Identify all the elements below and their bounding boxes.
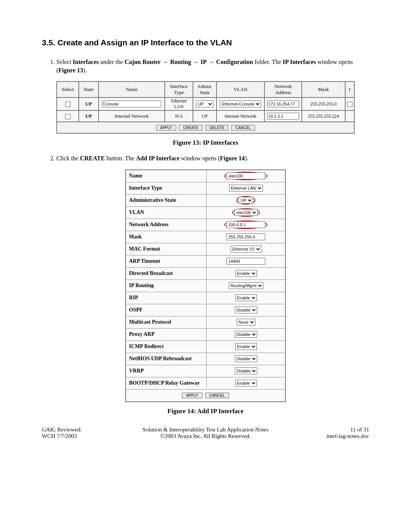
form-row-netaddr: Network Address — [126, 219, 285, 231]
name-input[interactable] — [226, 173, 265, 179]
iftype-label: Interface Type — [126, 182, 207, 194]
macformat-cell: Ethernet V2 — [207, 243, 286, 255]
row0-name-input[interactable] — [102, 101, 161, 107]
row0-vlan-select[interactable]: Ethernet-Console — [220, 101, 261, 107]
admin-cell: UP — [207, 194, 286, 206]
form-row-name: Name — [126, 170, 285, 182]
footer-left-2: WCH 7/7/2003 — [42, 433, 118, 439]
footer-center-2: ©2003 Avaya Inc. All Rights Reserved. — [118, 433, 293, 439]
form-row-netbios: NetBIOS UDP RebroadcastDisable — [126, 353, 285, 365]
add-ip-interface-form: NameInterface TypeEthernet LANAdministra… — [125, 169, 286, 402]
icmpredir-select[interactable]: Enable — [235, 343, 257, 350]
fig14-cancel-button[interactable]: CANCEL — [205, 393, 229, 398]
step1-text3: folder. The — [253, 59, 283, 65]
step1-configuration: Configuration — [216, 59, 253, 65]
iprouting-label: IP Routing — [126, 280, 207, 292]
row0-mask: 255.255.255.0 — [302, 97, 345, 110]
vrrp-select[interactable]: Disable — [235, 367, 257, 374]
macformat-select[interactable]: Ethernet V2 — [231, 246, 261, 252]
col-name: Name — [99, 81, 165, 97]
step-1: Select Interfaces under the Cajun Router… — [56, 58, 369, 74]
fig13-apply-button[interactable]: APPLY — [156, 125, 177, 131]
proxyarp-label: Proxy ARP — [126, 328, 207, 340]
fig14-apply-button[interactable]: APPLY — [182, 393, 202, 398]
arrow-icon: → — [161, 59, 170, 65]
mask-label: Mask — [126, 231, 207, 243]
footer-right-2: intel-lag-notes.doc — [293, 433, 369, 439]
step2-figref: Figure 14 — [220, 155, 245, 161]
form-row-dirbroadcast: Directed BroadcastEnable — [126, 267, 285, 280]
col-admin: Admin. State — [193, 81, 217, 97]
arptimeout-input[interactable] — [226, 258, 265, 265]
iprouting-select[interactable]: Routing/Mgmt — [229, 282, 263, 289]
netaddr-input[interactable] — [226, 221, 265, 228]
step1-text2: under the — [99, 59, 125, 65]
form-row-vlan: VLANvlan100 — [126, 206, 285, 219]
col-iftype: Interface Type — [165, 81, 193, 97]
name-highlight-circle — [224, 172, 268, 180]
row1-mask: 255.255.255.224 — [302, 110, 345, 122]
row0-edge-checkbox[interactable] — [347, 102, 352, 107]
footer-center-1: Solution & Interoperability Test Lab App… — [118, 427, 293, 433]
form-row-macformat: MAC FormatEthernet V2 — [126, 243, 285, 255]
ospf-cell: Disable — [207, 304, 286, 316]
col-state: State — [79, 81, 99, 97]
form-row-rip: RIPEnable — [126, 292, 285, 304]
row0-select-checkbox[interactable] — [65, 102, 70, 107]
vlan-label: VLAN — [126, 206, 207, 219]
row1-admin: UP — [193, 110, 217, 122]
multicast-select[interactable]: None — [237, 319, 255, 326]
vlan-select[interactable]: vlan100 — [234, 209, 258, 216]
row0-state: UP — [79, 97, 99, 110]
fig13-create-button[interactable]: CREATE — [179, 125, 202, 131]
row1-iftype: N/A — [165, 110, 193, 122]
form-row-admin: Administrative StateUP — [126, 194, 285, 206]
section-number: 3.5. — [42, 38, 55, 47]
proxyarp-select[interactable]: Disable — [235, 331, 257, 338]
arrow-icon: → — [191, 59, 201, 65]
icmpredir-label: ICMP Redirect — [126, 340, 207, 353]
row0-netaddr-input[interactable] — [267, 101, 299, 107]
step2-text3: window opens ( — [180, 155, 220, 161]
step1-text5: ). — [83, 67, 86, 73]
step2-window: Add IP Interface — [136, 155, 180, 161]
fig13-cancel-button[interactable]: CANCEL — [231, 125, 255, 131]
figure-13: Select State Name Interface Type Admin. … — [42, 81, 369, 147]
row1-vlan: Internal-Network — [217, 110, 264, 122]
proxyarp-cell: Disable — [207, 328, 286, 340]
step1-interfaces: Interfaces — [73, 59, 99, 65]
ospf-select[interactable]: Disable — [235, 307, 257, 313]
figure-14: NameInterface TypeEthernet LANAdministra… — [42, 169, 369, 415]
dirbroadcast-select[interactable]: Enable — [235, 270, 257, 277]
row1-state: UP — [79, 110, 99, 122]
figure-13-caption: Figure 13: IP Interfaces — [42, 139, 369, 147]
bootp-select[interactable]: Enable — [235, 380, 257, 387]
step1-ipinterfaces: IP Interfaces — [283, 59, 316, 65]
step1-routing: Routing — [170, 59, 191, 65]
row1-netaddr-input[interactable] — [267, 113, 299, 120]
step2-create: CREATE — [80, 155, 105, 161]
iftype-select[interactable]: Ethernet LAN — [229, 185, 263, 192]
row0-iftype: Ethernet LAN — [165, 97, 193, 110]
step1-ip: IP — [201, 59, 207, 65]
multicast-cell: None — [207, 316, 286, 328]
form-row-vrrp: VRRPDisable — [126, 365, 285, 377]
arrow-icon: → — [207, 59, 216, 65]
dirbroadcast-label: Directed Broadcast — [126, 267, 207, 280]
mask-input[interactable] — [226, 233, 265, 240]
vrrp-cell: Disable — [207, 365, 286, 377]
row0-admin-select[interactable]: UP — [196, 101, 213, 107]
step2-text: Click the — [56, 155, 80, 161]
step2-text4: ). — [245, 155, 248, 161]
macformat-label: MAC Format — [126, 243, 207, 255]
form-row-arptimeout: ARP Timeout — [126, 255, 285, 267]
admin-select[interactable]: UP — [239, 197, 253, 204]
rip-select[interactable]: Enable — [235, 294, 257, 301]
fig13-delete-button[interactable]: DELETE — [206, 125, 229, 131]
netbios-select[interactable]: Disable — [235, 355, 257, 362]
rip-label: RIP — [126, 292, 207, 304]
col-edge: I — [345, 81, 354, 97]
step1-figref: Figure 13 — [58, 67, 83, 73]
row1-select-checkbox[interactable] — [65, 114, 70, 119]
vrrp-label: VRRP — [126, 365, 207, 377]
